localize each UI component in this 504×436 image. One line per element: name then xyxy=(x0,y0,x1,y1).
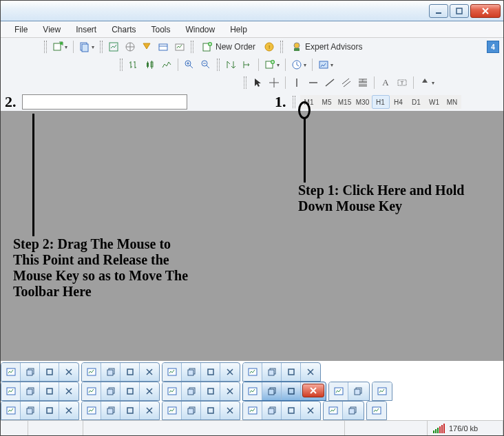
arrows-button[interactable] xyxy=(417,75,437,90)
tab-close-icon[interactable] xyxy=(140,402,159,419)
period-d1[interactable]: D1 xyxy=(408,95,426,109)
period-m30[interactable]: M30 xyxy=(354,95,372,109)
tab-restore-icon[interactable] xyxy=(101,363,120,381)
tab-maximize-icon[interactable] xyxy=(40,402,59,419)
close-button[interactable] xyxy=(470,4,501,18)
toolbar-grip[interactable] xyxy=(100,41,103,53)
tab-close-icon[interactable] xyxy=(140,382,159,400)
crosshair-button[interactable] xyxy=(266,75,282,90)
auto-scroll-button[interactable] xyxy=(223,57,238,72)
cursor-button[interactable] xyxy=(250,75,265,90)
menu-file[interactable]: File xyxy=(8,23,34,37)
toolbar-grip[interactable] xyxy=(120,59,123,71)
chart-window-tab[interactable] xyxy=(242,362,321,382)
tab-restore-icon[interactable] xyxy=(262,382,282,400)
tab-maximize-icon[interactable] xyxy=(282,363,301,381)
tab-maximize-icon[interactable] xyxy=(201,402,220,419)
period-h4[interactable]: H4 xyxy=(390,95,408,109)
chart-window-tab[interactable] xyxy=(1,401,79,420)
tab-maximize-icon[interactable] xyxy=(120,382,140,400)
tab-restore-icon[interactable] xyxy=(343,402,362,419)
strategy-tester-button[interactable] xyxy=(172,39,187,54)
toolbar-drop-target[interactable] xyxy=(22,94,187,110)
chart-window-tab[interactable] xyxy=(366,401,387,420)
tab-restore-icon[interactable] xyxy=(182,382,201,400)
tab-restore-icon[interactable] xyxy=(182,363,201,381)
text-label-button[interactable]: T xyxy=(395,75,410,90)
data-window-button[interactable] xyxy=(139,39,154,54)
menu-help[interactable]: Help xyxy=(223,23,254,37)
tab-close-icon[interactable] xyxy=(220,363,240,381)
chart-shift-button[interactable] xyxy=(240,57,255,72)
chart-window-tab[interactable] xyxy=(81,382,160,401)
new-order-button[interactable]: New Order xyxy=(197,39,260,54)
trendline-button[interactable] xyxy=(322,75,337,90)
tab-maximize-icon[interactable] xyxy=(40,363,59,381)
menu-charts[interactable]: Charts xyxy=(105,23,143,37)
terminal-button[interactable] xyxy=(156,39,171,54)
tab-close-icon[interactable] xyxy=(59,402,78,419)
indicators-button[interactable] xyxy=(262,57,282,72)
horizontal-line-button[interactable] xyxy=(306,75,321,90)
zoom-out-button[interactable] xyxy=(198,57,213,72)
notification-count[interactable]: 4 xyxy=(487,41,499,53)
periodicity-button[interactable] xyxy=(289,57,308,72)
tab-maximize-icon[interactable] xyxy=(120,402,140,419)
market-watch-button[interactable] xyxy=(106,39,121,54)
tab-close-icon[interactable] xyxy=(140,363,159,381)
tab-close-icon[interactable] xyxy=(59,382,78,400)
tab-restore-icon[interactable] xyxy=(182,402,201,419)
tab-restore-icon[interactable] xyxy=(21,363,40,381)
chart-window-tab[interactable] xyxy=(1,362,79,382)
new-chart-button[interactable] xyxy=(50,39,70,54)
chart-window-tab[interactable] xyxy=(242,401,321,420)
menu-view[interactable]: View xyxy=(36,23,67,37)
tab-restore-icon[interactable] xyxy=(262,402,282,419)
navigator-button[interactable] xyxy=(123,39,138,54)
chart-window-tab[interactable] xyxy=(81,401,160,420)
minimize-button[interactable] xyxy=(429,4,448,18)
toolbar-grip[interactable] xyxy=(191,41,193,53)
tab-close-icon[interactable] xyxy=(220,402,240,419)
fibonacci-button[interactable]: F xyxy=(355,75,370,90)
tab-restore-icon[interactable] xyxy=(101,382,120,400)
zoom-in-button[interactable] xyxy=(182,57,197,72)
chart-window-tab[interactable] xyxy=(1,382,79,401)
period-w1[interactable]: W1 xyxy=(426,95,443,109)
templates-button[interactable] xyxy=(316,57,335,72)
expert-advisors-button[interactable]: Expert Advisors xyxy=(286,39,367,54)
chart-window-tab[interactable] xyxy=(162,382,240,401)
toolbar-grip[interactable] xyxy=(44,41,47,53)
menu-tools[interactable]: Tools xyxy=(145,23,178,37)
tab-maximize-icon[interactable] xyxy=(282,402,301,419)
tab-maximize-icon[interactable] xyxy=(40,382,59,400)
candlestick-button[interactable] xyxy=(143,57,158,72)
vertical-line-button[interactable] xyxy=(289,75,304,90)
tab-restore-icon[interactable] xyxy=(101,402,120,419)
chart-window-tab[interactable] xyxy=(162,401,240,420)
tab-close-icon[interactable] xyxy=(301,363,320,381)
period-m15[interactable]: M15 xyxy=(336,95,354,109)
text-button[interactable]: A xyxy=(378,75,393,90)
menu-insert[interactable]: Insert xyxy=(69,23,103,37)
tab-close-icon[interactable] xyxy=(220,382,240,400)
toolbar-grip[interactable] xyxy=(217,59,220,71)
period-mn[interactable]: MN xyxy=(443,95,461,109)
period-h1[interactable]: H1 xyxy=(372,95,390,109)
tab-restore-icon[interactable] xyxy=(21,402,40,419)
tab-close-icon[interactable] xyxy=(59,363,78,381)
menu-window[interactable]: Window xyxy=(179,23,222,37)
channel-button[interactable] xyxy=(339,75,354,90)
periods-toolbar-grip[interactable] xyxy=(293,96,295,108)
chart-window-tab-active[interactable] xyxy=(242,382,326,401)
toolbar-grip[interactable] xyxy=(280,41,283,53)
tab-maximize-icon[interactable] xyxy=(201,363,220,381)
chart-window-tab[interactable] xyxy=(162,362,240,382)
profiles-button[interactable] xyxy=(77,39,96,54)
chart-window-tab[interactable] xyxy=(323,401,364,420)
bar-chart-button[interactable] xyxy=(126,57,141,72)
chart-window-tab[interactable] xyxy=(372,382,392,401)
chart-window-tab[interactable] xyxy=(328,382,370,401)
tab-maximize-icon[interactable] xyxy=(282,382,301,400)
tab-maximize-icon[interactable] xyxy=(120,363,140,381)
